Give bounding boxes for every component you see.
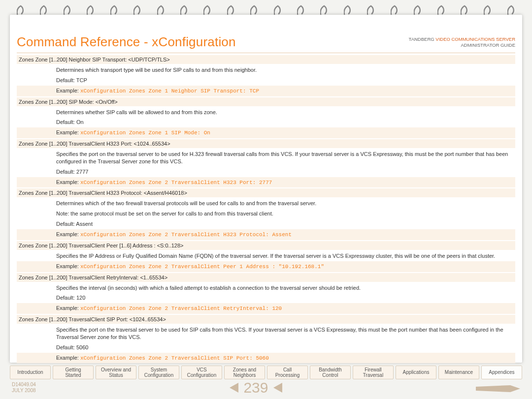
command-example: Example: xConfiguration Zones Zone 2 Tra…	[17, 303, 515, 314]
command-description: Determines which of the two firewall tra…	[56, 198, 513, 209]
command-section: Zones Zone [1..200] TraversalClient SIP …	[17, 315, 515, 364]
pager: 239	[230, 379, 282, 396]
tab-getting-started[interactable]: GettingStarted	[53, 366, 94, 379]
example-label: Example:	[56, 129, 80, 135]
docnum-text: D14049.04	[12, 382, 36, 387]
example-label: Example:	[56, 179, 80, 185]
command-example: Example: xConfiguration Zones Zone 1 Nei…	[17, 86, 515, 96]
tab-applications[interactable]: Applications	[396, 366, 436, 379]
command-description-block: Specifies the port on the traversal serv…	[17, 148, 515, 188]
docdate-text: JULY 2008	[12, 388, 36, 393]
example-code: xConfiguration Zones Zone 2 TraversalCli…	[80, 264, 324, 270]
header-right: TANDBERG VIDEO COMMUNICATIONS SERVER ADM…	[409, 34, 515, 49]
header-subtitle: ADMINISTRATOR GUIDE	[461, 42, 516, 48]
example-label: Example:	[56, 263, 80, 269]
command-default: Default: TCP	[56, 75, 513, 86]
example-code: xConfiguration Zones Zone 1 SIP Mode: On	[80, 130, 210, 136]
command-description: Determines which transport type will be …	[56, 65, 513, 75]
tab-appendices[interactable]: Appendices	[481, 366, 522, 379]
next-section-arrow[interactable]	[476, 385, 520, 390]
command-description: Specifies the IP Address or Fully Qualif…	[56, 251, 513, 261]
example-label: Example:	[56, 305, 80, 311]
command-example: Example: xConfiguration Zones Zone 2 Tra…	[17, 229, 515, 240]
command-syntax: Zones Zone [1..200] TraversalClient SIP …	[17, 315, 515, 324]
command-section: Zones Zone [1..200] Neighbor SIP Transpo…	[17, 55, 515, 97]
tab-bandwidth-control[interactable]: BandwidthControl	[310, 366, 351, 379]
tab-maintenance[interactable]: Maintenance	[438, 366, 479, 379]
command-section: Zones Zone [1..200] TraversalClient Retr…	[17, 273, 515, 315]
example-label: Example:	[56, 355, 80, 361]
tab-call-processing[interactable]: CallProcessing	[267, 366, 308, 379]
brand-orange: VIDEO COMMUNICATIONS SERVER	[435, 36, 515, 42]
command-description: Specifies the interval (in seconds) with…	[56, 283, 513, 293]
tab-vcs-configuration[interactable]: VCSConfiguration	[181, 366, 222, 379]
command-example: Example: xConfiguration Zones Zone 1 SIP…	[17, 127, 515, 138]
command-syntax: Zones Zone [1..200] TraversalClient H323…	[17, 188, 515, 197]
commands-list: Zones Zone [1..200] Neighbor SIP Transpo…	[17, 55, 515, 364]
page-title: Command Reference - xConfiguration	[17, 34, 236, 50]
command-description: Specifies the port on the traversal serv…	[56, 325, 513, 342]
command-syntax: Zones Zone [1..200] SIP Mode: <On/Off>	[17, 97, 515, 106]
command-default: Default: On	[56, 117, 513, 127]
command-description-block: Specifies the interval (in seconds) with…	[17, 282, 515, 315]
tab-zones-and-neighbors[interactable]: Zones andNeighbors	[224, 366, 265, 379]
bottom-tabs: IntroductionGettingStartedOverview andSt…	[10, 366, 522, 379]
command-section: Zones Zone [1..200] TraversalClient H323…	[17, 139, 515, 188]
command-description-block: Determines which transport type will be …	[17, 64, 515, 97]
page-sheet: Command Reference - xConfiguration TANDB…	[10, 15, 522, 363]
example-code: xConfiguration Zones Zone 2 TraversalCli…	[80, 180, 272, 185]
command-description: Determines whether SIP calls will be all…	[56, 107, 513, 118]
tab-firewall-traversal[interactable]: FirewallTraversal	[353, 366, 394, 379]
svg-marker-22	[476, 385, 520, 392]
doc-number: D14049.04 JULY 2008	[12, 382, 36, 394]
example-code: xConfiguration Zones Zone 1 Neighbor SIP…	[80, 88, 259, 94]
command-syntax: Zones Zone [1..200] TraversalClient H323…	[17, 139, 515, 148]
command-description-block: Specifies the IP Address or Fully Qualif…	[17, 250, 515, 273]
command-description: Specifies the port on the traversal serv…	[56, 149, 513, 167]
page-number: 239	[243, 379, 268, 396]
example-label: Example:	[56, 88, 80, 93]
example-code: xConfiguration Zones Zone 2 TraversalCli…	[80, 306, 282, 311]
example-label: Example:	[56, 231, 80, 237]
command-default: Default: 5060	[56, 342, 513, 353]
command-default: Default: Assent	[56, 219, 513, 229]
command-syntax: Zones Zone [1..200] TraversalClient Peer…	[17, 241, 515, 250]
tab-system-configuration[interactable]: SystemConfiguration	[138, 366, 179, 379]
command-syntax: Zones Zone [1..200] TraversalClient Retr…	[17, 273, 515, 282]
command-section: Zones Zone [1..200] TraversalClient H323…	[17, 188, 515, 241]
brand-left: TANDBERG	[409, 36, 434, 42]
tab-introduction[interactable]: Introduction	[10, 366, 51, 379]
command-section: Zones Zone [1..200] SIP Mode: <On/Off>De…	[17, 97, 515, 140]
command-default: Default: 2777	[56, 167, 513, 177]
command-example: Example: xConfiguration Zones Zone 2 Tra…	[17, 177, 515, 188]
command-default: Default: 120	[56, 293, 513, 303]
command-example: Example: xConfiguration Zones Zone 2 Tra…	[17, 353, 515, 364]
command-description-block: Specifies the port on the traversal serv…	[17, 324, 515, 364]
command-syntax: Zones Zone [1..200] Neighbor SIP Transpo…	[17, 55, 515, 64]
command-section: Zones Zone [1..200] TraversalClient Peer…	[17, 241, 515, 273]
prev-page-icon[interactable]	[230, 383, 238, 393]
example-code: xConfiguration Zones Zone 2 TraversalCli…	[80, 355, 269, 361]
footer: D14049.04 JULY 2008 239	[12, 379, 520, 396]
prev-page-icon-2[interactable]	[273, 383, 282, 393]
tab-overview-and-status[interactable]: Overview andStatus	[96, 366, 136, 379]
command-description-block: Determines whether SIP calls will be all…	[17, 106, 515, 140]
example-code: xConfiguration Zones Zone 2 TraversalCli…	[80, 232, 292, 238]
command-note: Note: the same protocol must be set on t…	[56, 209, 513, 219]
command-example: Example: xConfiguration Zones Zone 2 Tra…	[17, 261, 515, 272]
command-description-block: Determines which of the two firewall tra…	[17, 197, 515, 241]
